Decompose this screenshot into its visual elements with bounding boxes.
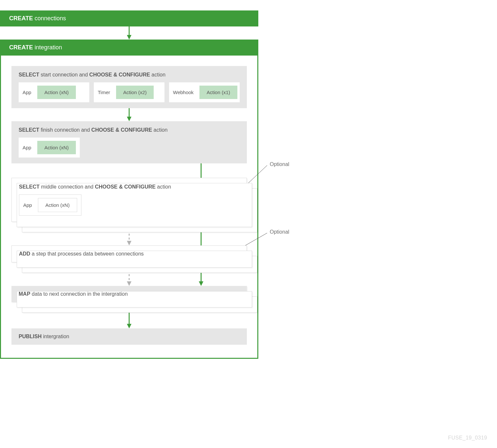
card-timer: Timer Action (x2)	[94, 82, 164, 102]
card-app-finish: App Action (xN)	[19, 138, 80, 158]
step1-title: SELECT start connection and CHOOSE & CON…	[19, 72, 240, 78]
svg-marker-1	[127, 35, 131, 40]
arrow-1-2	[11, 108, 247, 121]
optional-callout-2: Optional	[270, 229, 289, 235]
step6-title: PUBLISH intergration	[19, 334, 240, 340]
step2-cards: App Action (xN)	[19, 138, 240, 158]
action-chip-webhook: Action (x1)	[199, 86, 237, 99]
card-app-label: App	[23, 90, 31, 95]
action-chip-app: Action (xN)	[37, 86, 76, 99]
integration-content: SELECT start connection and CHOOSE & CON…	[1, 56, 257, 358]
card-timer-label: Timer	[98, 90, 110, 95]
create-connections-bold: CREATE	[9, 15, 33, 22]
card-webhook: Webhook Action (x1)	[169, 82, 240, 102]
step3-title: SELECT middle connection and CHOOSE & CO…	[19, 184, 239, 190]
callout-line-2	[0, 0, 0, 0]
arrow-top	[0, 26, 258, 40]
create-integration-box: CREATE integration SELECT start connecti…	[0, 40, 258, 359]
step-publish: PUBLISH intergration	[11, 328, 247, 345]
step-add-processing: ADD a step that processes data between c…	[11, 245, 247, 262]
arrow-down-icon	[126, 108, 132, 121]
step1-cards: App Action (xN) Timer Action (x2) Webhoo…	[19, 82, 240, 102]
svg-marker-3	[127, 117, 131, 121]
workflow-diagram: CREATE connections CREATE integration SE…	[0, 0, 258, 359]
svg-marker-11	[199, 281, 203, 286]
step2-title: SELECT finish connection and CHOOSE & CO…	[19, 127, 240, 133]
svg-marker-7	[127, 281, 131, 286]
step-select-start: SELECT start connection and CHOOSE & CON…	[11, 66, 247, 108]
card-app-middle: App Action (xN)	[19, 194, 81, 216]
svg-marker-5	[127, 241, 131, 245]
card-webhook-label: Webhook	[173, 90, 194, 95]
create-integration-rest: integration	[33, 44, 62, 51]
card-app-middle-label: App	[23, 202, 32, 208]
footer-id: FUSE_19_0319	[448, 435, 487, 441]
action-chip-app-finish: Action (xN)	[37, 141, 76, 154]
step4-title: ADD a step that processes data between c…	[19, 251, 239, 257]
step-map-data: MAP data to next connection in the inter…	[11, 286, 247, 302]
step-select-finish: SELECT finish connection and CHOOSE & CO…	[11, 121, 247, 163]
card-app: App Action (xN)	[19, 82, 89, 102]
action-chip-app-middle: Action (xN)	[38, 198, 77, 212]
svg-marker-9	[127, 324, 131, 328]
step5-title: MAP data to next connection in the inter…	[19, 291, 240, 297]
card-app-finish-label: App	[23, 145, 31, 150]
step3-cards: App Action (xN)	[19, 194, 239, 216]
create-integration-bold: CREATE	[9, 44, 33, 51]
create-integration-bar: CREATE integration	[0, 40, 258, 56]
step-select-middle: SELECT middle connection and CHOOSE & CO…	[11, 178, 247, 222]
create-connections-bar: CREATE connections	[0, 10, 258, 26]
optional-callout-1: Optional	[270, 161, 289, 167]
arrow-down-icon	[126, 26, 132, 40]
action-chip-timer: Action (x2)	[116, 86, 154, 99]
create-connections-rest: connections	[33, 15, 66, 22]
